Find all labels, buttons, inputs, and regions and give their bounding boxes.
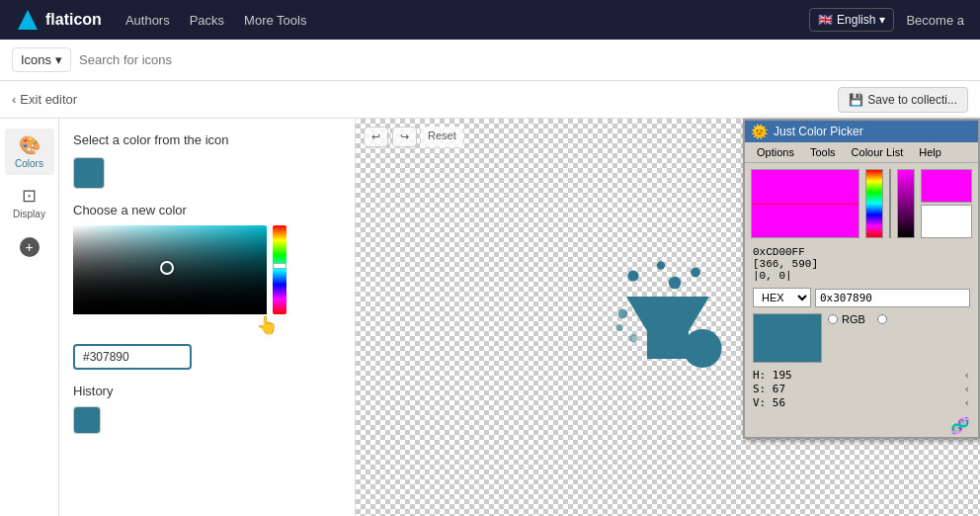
nav-authors[interactable]: Authors bbox=[125, 11, 170, 29]
logo[interactable]: flaticon bbox=[16, 8, 102, 32]
jcp-color-area[interactable] bbox=[751, 169, 859, 238]
chevron-down-icon: ▾ bbox=[55, 52, 62, 67]
editor-toolbar: ‹ Exit editor 💾 Save to collecti... bbox=[0, 81, 980, 119]
nav-right: 🇬🇧 English ▾ Become a bbox=[809, 8, 964, 32]
jcp-options[interactable]: Options bbox=[749, 144, 802, 160]
chevron-down-icon: ▾ bbox=[879, 13, 885, 27]
left-sidebar: 🎨 Colors ⊡ Display + bbox=[0, 119, 59, 516]
jcp-other-radio[interactable] bbox=[877, 314, 887, 324]
save-icon: 💾 bbox=[849, 93, 863, 107]
svg-point-1 bbox=[627, 270, 638, 281]
jcp-preview-small bbox=[921, 169, 972, 238]
cursor-area: 👆 bbox=[73, 318, 341, 338]
display-label: Display bbox=[13, 209, 45, 219]
jcp-icon: 🌞 bbox=[751, 124, 768, 139]
jcp-popup: 🌞 Just Color Picker Options Tools Colour… bbox=[743, 119, 980, 439]
history-swatch[interactable] bbox=[73, 406, 101, 434]
jcp-coords2: |0, 0| bbox=[753, 270, 970, 282]
searchbar: Icons ▾ bbox=[0, 40, 980, 81]
become-link[interactable]: Become a bbox=[906, 13, 964, 28]
jcp-title: Just Color Picker bbox=[774, 125, 863, 138]
nav-packs[interactable]: Packs bbox=[190, 11, 224, 29]
jcp-hex-display: 0xCD00FF bbox=[753, 246, 970, 258]
exit-editor-button[interactable]: ‹ Exit editor bbox=[12, 92, 77, 107]
redo-button[interactable]: ↪ bbox=[392, 127, 417, 147]
picker-circle[interactable] bbox=[160, 261, 174, 275]
jcp-help[interactable]: Help bbox=[911, 144, 949, 160]
jcp-new-color bbox=[921, 169, 972, 203]
jcp-rgb-section: RGB bbox=[828, 313, 970, 327]
flag-icon: 🇬🇧 bbox=[818, 13, 833, 27]
search-input[interactable] bbox=[79, 52, 968, 67]
jcp-format-select[interactable]: HEX RGB HSL HSV bbox=[753, 288, 811, 307]
icon-type-dropdown[interactable]: Icons ▾ bbox=[12, 47, 71, 72]
jcp-hex-row: HEX RGB HSL HSV bbox=[745, 286, 978, 309]
hex-input-row bbox=[73, 344, 341, 370]
jcp-bottom-section: RGB bbox=[745, 309, 978, 367]
colors-icon: 🎨 bbox=[19, 134, 41, 156]
jcp-hsv-section: H: 195 ‹ S: 67 ‹ V: 56 ‹ bbox=[745, 367, 978, 414]
jcp-v-label: V: 56 bbox=[753, 396, 802, 409]
jcp-s-row: S: 67 ‹ bbox=[753, 383, 970, 395]
jcp-menubar: Options Tools Colour List Help bbox=[745, 142, 978, 163]
jcp-footer: 🧬 bbox=[745, 414, 978, 437]
jcp-hex-info: 0xCD00FF [366, 590] |0, 0| bbox=[745, 244, 978, 286]
colors-tool[interactable]: 🎨 Colors bbox=[5, 129, 54, 175]
nav-more-tools[interactable]: More Tools bbox=[244, 11, 306, 29]
colors-label: Colors bbox=[15, 158, 43, 169]
cursor-icon: 👆 bbox=[256, 314, 278, 336]
jcp-title-bar: 🌞 Just Color Picker bbox=[745, 121, 978, 142]
icon-preview bbox=[599, 248, 737, 387]
jcp-h-label: H: 195 bbox=[753, 369, 802, 382]
jcp-alpha-bar[interactable] bbox=[897, 169, 915, 238]
display-icon: ⊡ bbox=[22, 185, 37, 207]
jcp-color-section bbox=[745, 163, 978, 244]
nav-links: Authors Packs More Tools bbox=[125, 11, 307, 29]
logo-icon bbox=[16, 8, 40, 32]
hex-input[interactable] bbox=[73, 344, 192, 370]
jcp-divider bbox=[889, 169, 891, 238]
jcp-v-row: V: 56 ‹ bbox=[753, 396, 970, 409]
undo-button[interactable]: ↩ bbox=[364, 127, 388, 147]
jcp-rgb-label: RGB bbox=[842, 313, 865, 325]
canvas-controls: ↩ ↪ Reset bbox=[364, 127, 463, 147]
svg-point-4 bbox=[691, 268, 700, 278]
jcp-rgb-radio[interactable] bbox=[828, 314, 838, 324]
svg-point-9 bbox=[629, 334, 637, 342]
display-tool[interactable]: ⊡ Display bbox=[5, 179, 54, 225]
hue-slider[interactable] bbox=[273, 225, 286, 314]
jcp-s-arrow[interactable]: ‹ bbox=[963, 383, 970, 395]
jcp-colour-list[interactable]: Colour List bbox=[844, 144, 912, 160]
jcp-old-color bbox=[921, 205, 972, 238]
jcp-hex-input[interactable] bbox=[815, 289, 970, 307]
jcp-dna-icon[interactable]: 🧬 bbox=[950, 416, 970, 435]
jcp-h-row: H: 195 ‹ bbox=[753, 369, 970, 382]
svg-point-6 bbox=[683, 329, 721, 368]
history-title: History bbox=[73, 384, 341, 398]
selected-color-swatch[interactable] bbox=[73, 157, 105, 189]
jcp-color-swatch bbox=[753, 313, 822, 363]
main-layout: 🎨 Colors ⊡ Display + Select a color from… bbox=[0, 119, 980, 516]
svg-marker-0 bbox=[18, 10, 38, 30]
svg-point-7 bbox=[618, 309, 628, 319]
svg-point-8 bbox=[616, 324, 623, 331]
jcp-s-label: S: 67 bbox=[753, 383, 802, 395]
language-button[interactable]: 🇬🇧 English ▾ bbox=[809, 8, 894, 32]
save-button[interactable]: 💾 Save to collecti... bbox=[838, 87, 968, 113]
reset-label[interactable]: Reset bbox=[421, 127, 463, 147]
svg-point-3 bbox=[669, 277, 682, 290]
jcp-hue-bar[interactable] bbox=[865, 169, 883, 238]
navbar: flaticon Authors Packs More Tools 🇬🇧 Eng… bbox=[0, 0, 980, 40]
canvas-area[interactable]: ↩ ↪ Reset 🌞 Just Color Picker bbox=[356, 119, 980, 516]
color-gradient[interactable] bbox=[73, 225, 267, 314]
color-panel: Select a color from the icon Choose a ne… bbox=[59, 119, 356, 516]
svg-point-2 bbox=[657, 261, 665, 269]
select-color-title: Select a color from the icon bbox=[73, 132, 341, 147]
jcp-coords: [366, 590] bbox=[753, 258, 970, 270]
jcp-v-arrow[interactable]: ‹ bbox=[963, 396, 970, 409]
logo-text: flaticon bbox=[45, 11, 102, 29]
add-button[interactable]: + bbox=[20, 237, 40, 257]
jcp-tools[interactable]: Tools bbox=[802, 144, 844, 160]
chevron-left-icon: ‹ bbox=[12, 92, 16, 107]
jcp-h-arrow[interactable]: ‹ bbox=[963, 369, 970, 382]
